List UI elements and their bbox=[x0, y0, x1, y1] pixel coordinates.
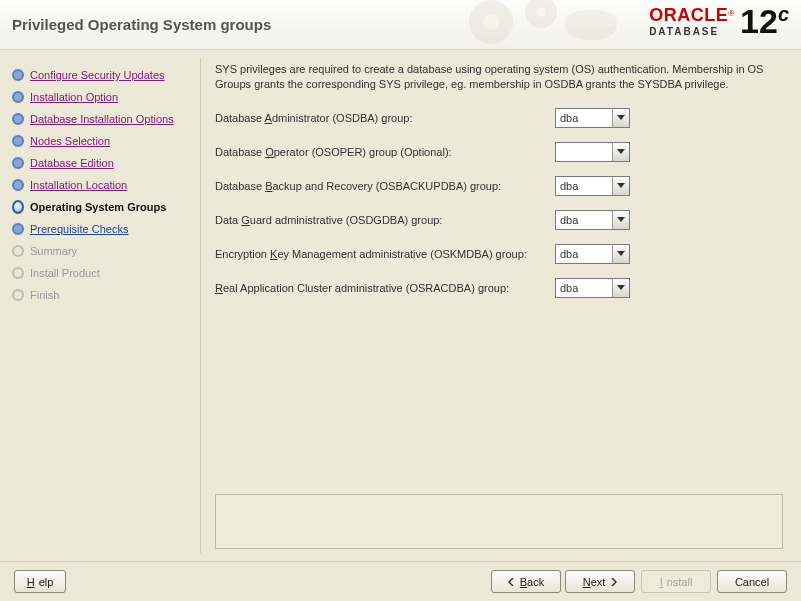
brand-logo: ORACLE® DATABASE 12c bbox=[649, 4, 789, 38]
svg-point-1 bbox=[483, 14, 499, 30]
step-label: Database Installation Options bbox=[30, 112, 174, 126]
chevron-down-icon bbox=[612, 109, 629, 127]
step-dot-icon bbox=[12, 135, 24, 147]
sidebar-step-4[interactable]: Database Edition bbox=[12, 152, 194, 174]
chevron-down-icon bbox=[612, 177, 629, 195]
next-button[interactable]: Next bbox=[565, 570, 635, 593]
group-combo-5[interactable]: dba bbox=[555, 278, 630, 298]
group-label-0: Database Administrator (OSDBA) group: bbox=[215, 112, 555, 124]
brand-version: 12c bbox=[740, 4, 789, 38]
step-label: Install Product bbox=[30, 266, 100, 280]
sidebar-step-10: Finish bbox=[12, 284, 194, 306]
step-label: Installation Option bbox=[30, 90, 118, 104]
svg-point-5 bbox=[565, 10, 617, 30]
chevron-right-icon bbox=[609, 578, 617, 586]
sidebar-step-6: Operating System Groups bbox=[12, 196, 194, 218]
group-combo-1[interactable] bbox=[555, 142, 630, 162]
sidebar-step-1[interactable]: Installation Option bbox=[12, 86, 194, 108]
sidebar-step-3[interactable]: Nodes Selection bbox=[12, 130, 194, 152]
step-dot-icon bbox=[12, 179, 24, 191]
step-dot-icon bbox=[12, 157, 24, 169]
group-combo-2[interactable]: dba bbox=[555, 176, 630, 196]
chevron-left-icon bbox=[508, 578, 516, 586]
step-label: Database Edition bbox=[30, 156, 114, 170]
chevron-down-icon bbox=[612, 245, 629, 263]
svg-point-4 bbox=[565, 14, 617, 40]
group-combo-0[interactable]: dba bbox=[555, 108, 630, 128]
group-label-5: Real Application Cluster administrative … bbox=[215, 282, 555, 294]
svg-point-0 bbox=[469, 0, 513, 44]
step-dot-icon bbox=[12, 113, 24, 125]
step-label: Finish bbox=[30, 288, 59, 302]
group-row-4: Encryption Key Management administrative… bbox=[215, 244, 783, 264]
group-row-2: Database Backup and Recovery (OSBACKUPDB… bbox=[215, 176, 783, 196]
footer: Help Back Next Install Cancel bbox=[0, 561, 801, 601]
chevron-down-icon bbox=[612, 279, 629, 297]
combo-value: dba bbox=[556, 282, 612, 294]
group-row-5: Real Application Cluster administrative … bbox=[215, 278, 783, 298]
step-dot-icon bbox=[12, 245, 24, 257]
svg-point-2 bbox=[525, 0, 557, 28]
combo-value: dba bbox=[556, 112, 612, 124]
cancel-button[interactable]: Cancel bbox=[717, 570, 787, 593]
log-output bbox=[215, 494, 783, 549]
decor-gears bbox=[451, 0, 631, 52]
installer-window: Privileged Operating System groups ORACL… bbox=[0, 0, 801, 601]
step-label: Configure Security Updates bbox=[30, 68, 165, 82]
page-title: Privileged Operating System groups bbox=[12, 16, 271, 33]
install-button: Install bbox=[641, 570, 711, 593]
sidebar-step-8: Summary bbox=[12, 240, 194, 262]
sidebar-step-2[interactable]: Database Installation Options bbox=[12, 108, 194, 130]
back-button[interactable]: Back bbox=[491, 570, 561, 593]
combo-value: dba bbox=[556, 248, 612, 260]
step-dot-icon bbox=[12, 267, 24, 279]
group-label-1: Database Operator (OSOPER) group (Option… bbox=[215, 146, 555, 158]
step-list: Configure Security UpdatesInstallation O… bbox=[12, 64, 194, 306]
form-area: Database Administrator (OSDBA) group:dba… bbox=[215, 108, 783, 312]
step-dot-icon bbox=[12, 223, 24, 235]
main-panel: SYS privileges are required to create a … bbox=[201, 50, 801, 561]
step-dot-icon bbox=[12, 91, 24, 103]
svg-point-3 bbox=[536, 7, 546, 17]
chevron-down-icon bbox=[612, 143, 629, 161]
intro-text: SYS privileges are required to create a … bbox=[215, 62, 783, 92]
group-combo-4[interactable]: dba bbox=[555, 244, 630, 264]
sidebar-step-5[interactable]: Installation Location bbox=[12, 174, 194, 196]
help-button[interactable]: Help bbox=[14, 570, 66, 593]
group-row-0: Database Administrator (OSDBA) group:dba bbox=[215, 108, 783, 128]
sidebar-step-0[interactable]: Configure Security Updates bbox=[12, 64, 194, 86]
step-dot-icon bbox=[12, 289, 24, 301]
group-combo-3[interactable]: dba bbox=[555, 210, 630, 230]
step-dot-icon bbox=[12, 69, 24, 81]
sidebar: Configure Security UpdatesInstallation O… bbox=[0, 50, 200, 561]
group-label-4: Encryption Key Management administrative… bbox=[215, 248, 555, 260]
chevron-down-icon bbox=[612, 211, 629, 229]
group-row-1: Database Operator (OSOPER) group (Option… bbox=[215, 142, 783, 162]
brand-database: DATABASE bbox=[649, 26, 734, 37]
step-label: Nodes Selection bbox=[30, 134, 110, 148]
step-label: Summary bbox=[30, 244, 77, 258]
sidebar-step-7[interactable]: Prerequisite Checks bbox=[12, 218, 194, 240]
group-label-2: Database Backup and Recovery (OSBACKUPDB… bbox=[215, 180, 555, 192]
step-label: Prerequisite Checks bbox=[30, 222, 128, 236]
step-dot-icon bbox=[12, 200, 24, 214]
combo-value: dba bbox=[556, 180, 612, 192]
brand-oracle: ORACLE bbox=[649, 5, 728, 25]
header: Privileged Operating System groups ORACL… bbox=[0, 0, 801, 50]
group-label-3: Data Guard administrative (OSDGDBA) grou… bbox=[215, 214, 555, 226]
sidebar-step-9: Install Product bbox=[12, 262, 194, 284]
body: Configure Security UpdatesInstallation O… bbox=[0, 50, 801, 561]
combo-value: dba bbox=[556, 214, 612, 226]
group-row-3: Data Guard administrative (OSDGDBA) grou… bbox=[215, 210, 783, 230]
step-label: Installation Location bbox=[30, 178, 127, 192]
step-label: Operating System Groups bbox=[30, 200, 166, 214]
